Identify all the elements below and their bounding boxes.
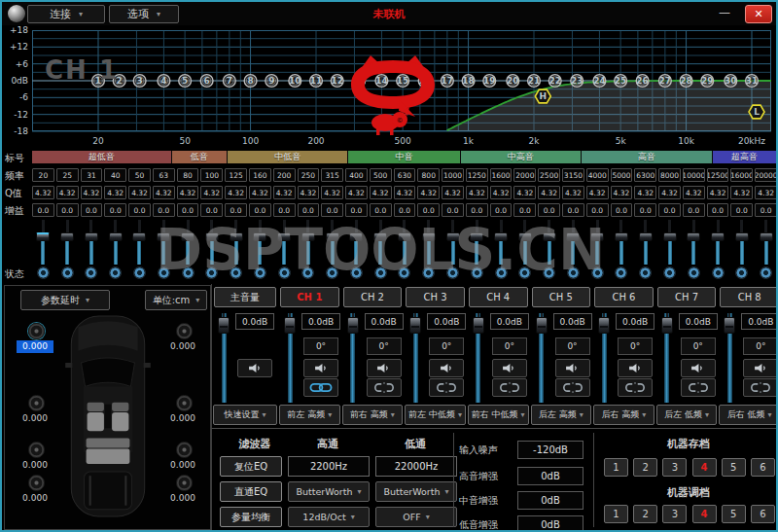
band-status-9[interactable]: [225, 266, 247, 280]
freq-cell-11[interactable]: 200: [273, 168, 296, 182]
slider-handle[interactable]: [494, 232, 508, 241]
fader-handle[interactable]: [473, 317, 484, 334]
channel-fader[interactable]: [534, 313, 549, 403]
slider-handle[interactable]: [518, 232, 532, 241]
hp-marker[interactable]: H: [535, 89, 550, 103]
eq-band-point-4[interactable]: 4: [158, 75, 170, 88]
gain-cell-25[interactable]: 0.0: [611, 203, 633, 217]
slider-handle[interactable]: [687, 232, 700, 241]
band-slider-7[interactable]: [177, 220, 199, 265]
channel-gain-2[interactable]: 0.0dB: [365, 313, 404, 330]
slider-handle[interactable]: [60, 232, 74, 241]
q-cell-28[interactable]: 4.32: [683, 186, 705, 199]
bypass-eq-button[interactable]: 直通EQ: [220, 481, 282, 502]
channel-fader[interactable]: [659, 313, 675, 403]
q-cell-4[interactable]: 4.32: [104, 186, 126, 199]
freq-cell-7[interactable]: 80: [177, 168, 199, 182]
q-cell-19[interactable]: 4.32: [466, 186, 488, 199]
band-status-28[interactable]: [683, 266, 705, 280]
slider-handle[interactable]: [422, 232, 436, 241]
eq-band-point-14[interactable]: 14: [375, 75, 388, 88]
eq-plot[interactable]: 1234567891011121314151617181920212223242…: [32, 30, 777, 149]
freq-cell-26[interactable]: 6300: [634, 168, 656, 182]
channel-mute-7[interactable]: [681, 359, 716, 377]
gain-cell-6[interactable]: 0.0: [153, 203, 175, 217]
lp-freq-input[interactable]: 22000Hz: [375, 456, 457, 477]
quick-setup-dropdown[interactable]: 快速设置▾: [213, 405, 277, 425]
channel-phase-6[interactable]: 0°: [618, 337, 653, 355]
speaker-icon-2[interactable]: [176, 323, 193, 339]
slider-handle[interactable]: [663, 232, 677, 241]
freq-cell-8[interactable]: 100: [200, 168, 223, 182]
gain-cell-10[interactable]: 0.0: [249, 203, 271, 217]
preset-save-6[interactable]: 6: [751, 458, 775, 477]
band-slider-12[interactable]: [298, 220, 320, 265]
preset-save-5[interactable]: 5: [722, 458, 746, 477]
channel-link-3[interactable]: [429, 378, 464, 397]
preset-recall-4[interactable]: 4: [692, 505, 717, 523]
eq-band-point-5[interactable]: 5: [179, 75, 192, 88]
slider-handle[interactable]: [277, 232, 291, 241]
preset-recall-5[interactable]: 5: [722, 505, 746, 523]
channel-gain-4[interactable]: 0.0dB: [490, 313, 529, 330]
band-status-21[interactable]: [513, 266, 536, 280]
band-slider-26[interactable]: [634, 220, 656, 265]
gain-cell-12[interactable]: 0.0: [298, 203, 320, 217]
freq-cell-24[interactable]: 4000: [586, 168, 609, 182]
speaker-icon-5[interactable]: [28, 442, 45, 458]
eq-band-point-31[interactable]: 31: [746, 75, 759, 88]
freq-cell-12[interactable]: 250: [298, 168, 320, 182]
gain-cell-8[interactable]: 0.0: [200, 203, 223, 217]
channel-button-2[interactable]: CH 2: [343, 287, 403, 307]
gain-cell-16[interactable]: 0.0: [394, 203, 416, 217]
q-cell-29[interactable]: 4.32: [707, 186, 729, 199]
eq-band-point-1[interactable]: 1: [92, 75, 105, 88]
band-slider-15[interactable]: [370, 220, 392, 265]
band-status-23[interactable]: [562, 266, 584, 280]
band-slider-19[interactable]: [466, 220, 488, 265]
freq-cell-22[interactable]: 2500: [538, 168, 560, 182]
band-status-6[interactable]: [153, 266, 175, 280]
slider-handle[interactable]: [446, 232, 460, 241]
channel-mute-1[interactable]: [303, 359, 338, 377]
master-mute-button[interactable]: [237, 359, 272, 377]
slider-handle[interactable]: [349, 232, 363, 241]
band-slider-25[interactable]: [611, 220, 633, 265]
channel-link-7[interactable]: [681, 378, 716, 397]
eq-band-point-6[interactable]: 6: [200, 75, 213, 88]
gain-cell-29[interactable]: 0.0: [707, 203, 729, 217]
preset-save-1[interactable]: 1: [604, 458, 628, 477]
channel-phase-2[interactable]: 0°: [367, 337, 402, 355]
minimize-button[interactable]: —: [716, 4, 733, 21]
reset-eq-button[interactable]: 复位EQ: [220, 456, 282, 477]
eq-band-point-22[interactable]: 22: [548, 75, 561, 88]
channel-mute-4[interactable]: [492, 359, 527, 377]
eq-band-point-9[interactable]: 9: [265, 75, 278, 88]
slider-handle[interactable]: [230, 232, 243, 241]
channel-phase-4[interactable]: 0°: [492, 337, 527, 355]
channel-fader[interactable]: [282, 313, 298, 403]
gain-cell-14[interactable]: 0.0: [345, 203, 368, 217]
band-status-13[interactable]: [321, 266, 343, 280]
channel-link-6[interactable]: [618, 378, 653, 397]
band-status-16[interactable]: [394, 266, 416, 280]
freq-cell-4[interactable]: 40: [104, 168, 126, 182]
channel-gain-7[interactable]: 0.0dB: [679, 313, 718, 330]
slider-handle[interactable]: [760, 232, 773, 241]
band-slider-17[interactable]: [417, 220, 440, 265]
freq-cell-31[interactable]: 20000: [755, 168, 777, 182]
q-cell-10[interactable]: 4.32: [249, 186, 271, 199]
band-slider-14[interactable]: [345, 220, 368, 265]
speaker-icon-7[interactable]: [28, 475, 45, 491]
delay-value-2[interactable]: 0.000: [164, 340, 201, 353]
eq-band-point-12[interactable]: 12: [331, 75, 343, 88]
freq-cell-28[interactable]: 10000: [683, 168, 705, 182]
channel-output-6[interactable]: 后右 高频▾: [593, 405, 654, 425]
band-slider-9[interactable]: [225, 220, 247, 265]
slider-handle[interactable]: [181, 232, 194, 241]
channel-button-3[interactable]: CH 3: [406, 287, 465, 307]
q-cell-24[interactable]: 4.32: [586, 186, 609, 199]
band-status-30[interactable]: [730, 266, 753, 280]
band-status-3[interactable]: [81, 266, 103, 280]
speaker-icon-6[interactable]: [176, 442, 193, 458]
